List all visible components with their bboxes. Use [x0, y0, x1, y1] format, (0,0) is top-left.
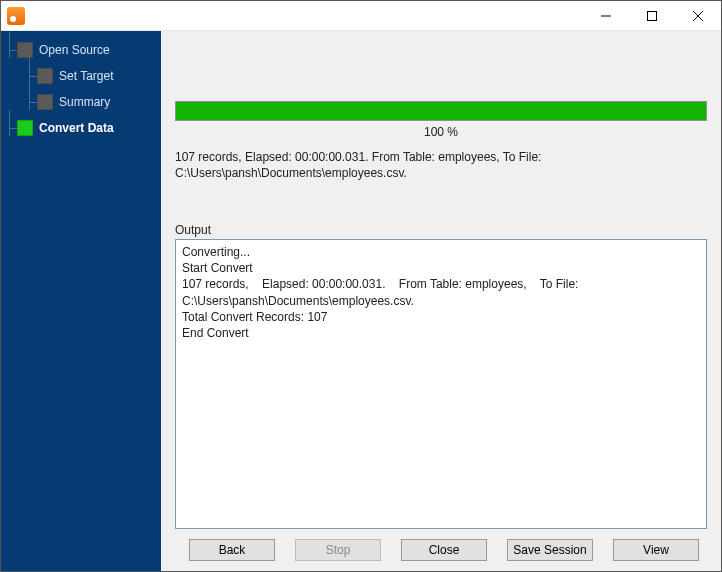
output-label: Output [175, 223, 707, 237]
step-icon [37, 94, 53, 110]
progress-bar [175, 101, 707, 121]
sidebar-item-label: Convert Data [39, 121, 114, 135]
back-button[interactable]: Back [189, 539, 275, 561]
app-icon [7, 7, 25, 25]
close-button[interactable]: Close [401, 539, 487, 561]
progress-label: 100 % [175, 125, 707, 139]
tree-connector-icon [23, 68, 37, 84]
sidebar-item-convert-data[interactable]: Convert Data [1, 115, 161, 141]
button-row: Back Stop Close Save Session View [175, 529, 707, 561]
svg-rect-1 [648, 11, 657, 20]
main-panel: 100 % 107 records, Elapsed: 00:00:00.031… [161, 31, 721, 571]
step-icon-active [17, 120, 33, 136]
wizard-sidebar: Open Source Set Target Summary Convert D… [1, 31, 161, 571]
sidebar-item-label: Open Source [39, 43, 110, 57]
step-icon [17, 42, 33, 58]
tree-connector-icon [3, 42, 17, 58]
close-window-button[interactable] [675, 1, 721, 31]
sidebar-item-label: Set Target [59, 69, 113, 83]
step-icon [37, 68, 53, 84]
output-box[interactable] [175, 239, 707, 529]
tree-connector-icon [23, 94, 37, 110]
titlebar [1, 1, 721, 31]
sidebar-item-summary[interactable]: Summary [1, 89, 161, 115]
minimize-button[interactable] [583, 1, 629, 31]
body: Open Source Set Target Summary Convert D… [1, 31, 721, 571]
maximize-button[interactable] [629, 1, 675, 31]
sidebar-item-label: Summary [59, 95, 110, 109]
tree-connector-icon [3, 120, 17, 136]
sidebar-item-open-source[interactable]: Open Source [1, 37, 161, 63]
progress-fill [176, 102, 706, 120]
progress-area: 100 % [175, 31, 707, 149]
sidebar-item-set-target[interactable]: Set Target [1, 63, 161, 89]
save-session-button[interactable]: Save Session [507, 539, 593, 561]
view-button[interactable]: View [613, 539, 699, 561]
window-controls [583, 1, 721, 31]
app-window: Open Source Set Target Summary Convert D… [0, 0, 722, 572]
stop-button: Stop [295, 539, 381, 561]
status-text: 107 records, Elapsed: 00:00:00.031. From… [175, 149, 707, 183]
